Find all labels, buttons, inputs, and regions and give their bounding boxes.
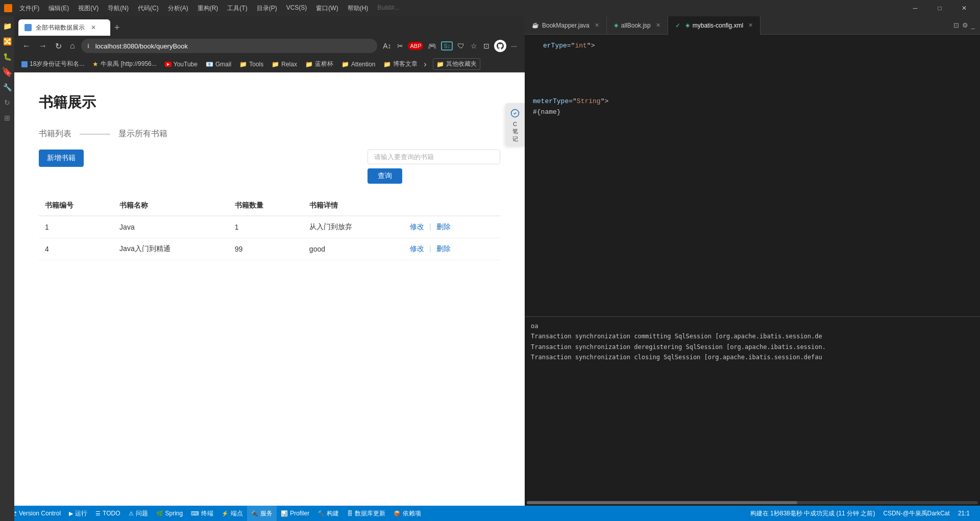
adblock-icon[interactable]: ABP: [408, 42, 423, 50]
ide-gear-icon[interactable]: ⚙: [962, 21, 968, 29]
menu-tools[interactable]: 工具(T): [223, 3, 251, 14]
status-build-message[interactable]: 构建在 1秒838毫秒 中成功完成 (11 分钟 之前): [746, 506, 879, 521]
deps-icon: 📦: [394, 510, 401, 517]
bookmark-icon-blog: 📁: [383, 61, 391, 68]
activity-bar-grid[interactable]: ⊞: [2, 112, 13, 123]
search-button[interactable]: 查询: [368, 168, 402, 184]
ide-zoom-icon[interactable]: ⊡: [953, 21, 959, 29]
menu-build-status: Build#...: [373, 3, 403, 14]
status-deps-label: 依赖项: [403, 509, 421, 518]
menu-vcs[interactable]: VCS(S): [282, 3, 311, 14]
reload-button[interactable]: ↻: [53, 39, 64, 53]
bookmark-blog[interactable]: 📁 博客文章: [380, 59, 421, 69]
collections-icon[interactable]: ⊡: [482, 40, 491, 52]
status-db-update[interactable]: 🗄 数据库更新: [343, 506, 389, 521]
bookmark-gmail[interactable]: 📧 Gmail: [203, 60, 234, 69]
tab-close-button[interactable]: ✕: [91, 24, 96, 31]
status-dependencies[interactable]: 📦 依赖项: [389, 506, 425, 521]
activity-bar-debug[interactable]: 🐛: [2, 51, 13, 62]
status-position[interactable]: 21:1: [954, 506, 974, 521]
bookmarks-more-button[interactable]: ›: [424, 60, 426, 69]
home-button[interactable]: ⌂: [68, 39, 77, 53]
capture-icon[interactable]: ✂: [396, 40, 405, 52]
more-icon[interactable]: ···: [509, 40, 519, 52]
floating-widget[interactable]: C笔记: [505, 103, 525, 146]
menu-edit[interactable]: 编辑(E): [44, 3, 73, 14]
bookmark-others[interactable]: 📁 其他收藏夹: [433, 58, 480, 70]
status-spring[interactable]: 🌿 Spring: [152, 506, 187, 521]
ide-tab-allbook[interactable]: ◈ allBook.jsp ✕: [607, 16, 668, 35]
bookmark-label-6: 蓝桥杯: [315, 60, 333, 68]
bookmark-youtube[interactable]: ▶ YouTube: [162, 60, 201, 69]
back-button[interactable]: ←: [20, 39, 33, 53]
code-line-empty-3: [533, 74, 972, 85]
menu-help[interactable]: 帮助(H): [344, 3, 373, 14]
delete-button-0[interactable]: 删除: [436, 222, 451, 231]
menu-analyze[interactable]: 分析(A): [164, 3, 192, 14]
section-sub: 显示所有书籍: [118, 129, 167, 139]
close-button[interactable]: ✕: [952, 0, 976, 16]
github-icon[interactable]: [494, 40, 506, 52]
code-line-empty-2: [533, 63, 972, 74]
menu-nav[interactable]: 导航(N): [104, 3, 133, 14]
ide-tab-close-0[interactable]: ✕: [595, 22, 599, 29]
status-services[interactable]: 🔌 服务: [247, 506, 277, 521]
menu-file[interactable]: 文件(F): [15, 3, 43, 14]
cell-name-0: Java: [113, 216, 229, 238]
address-bar[interactable]: ℹ localhost:8080/book/queryBook: [81, 39, 377, 53]
bookmark-relax[interactable]: 📁 Relax: [268, 60, 300, 69]
ide-tab-bookmapper[interactable]: ☕ BookMapper.java ✕: [525, 16, 607, 35]
forward-button[interactable]: →: [37, 39, 49, 53]
bookmark-id-card[interactable]: 18岁身份证号和名...: [18, 59, 87, 69]
status-build[interactable]: 🔨 构建: [313, 506, 343, 521]
edit-button-0[interactable]: 修改: [410, 222, 424, 231]
bookmark-lanqiao[interactable]: 📁 蓝桥杯: [302, 59, 336, 69]
status-endpoints[interactable]: ⚡ 端点: [217, 506, 247, 521]
bookmark-attention[interactable]: 📁 Attention: [338, 60, 378, 69]
menu-refactor[interactable]: 重构(R): [193, 3, 223, 14]
browser-tab-active[interactable]: 全部书籍数据展示 ✕: [18, 19, 110, 36]
ide-tab-close-2[interactable]: ✕: [748, 22, 753, 29]
status-terminal[interactable]: ⌨ 终端: [187, 506, 217, 521]
status-author[interactable]: CSDN-@牛泉禹DarkCat: [879, 506, 953, 521]
activity-bar-tools[interactable]: 🔧: [2, 82, 13, 93]
shield-icon[interactable]: 🛡: [456, 40, 466, 52]
bookmark-tools[interactable]: 📁 Tools: [236, 60, 266, 69]
new-tab-button[interactable]: +: [112, 20, 122, 35]
status-version-control[interactable]: ⎇ Version Control: [6, 506, 65, 521]
issues-icon: ⚠: [129, 510, 134, 517]
ide-minimize-icon[interactable]: _: [971, 21, 975, 29]
status-profiler[interactable]: 📊 Profiler: [277, 506, 313, 521]
delete-button-1[interactable]: 删除: [436, 244, 451, 253]
minimize-button[interactable]: ─: [903, 0, 927, 16]
menu-window[interactable]: 窗口(W): [312, 3, 342, 14]
activity-bar-project[interactable]: 📁: [2, 20, 13, 32]
ide-tab-close-1[interactable]: ✕: [656, 22, 660, 29]
tab-title: 全部书籍数据展示: [36, 23, 85, 32]
activity-bar-bookmarks[interactable]: 🔖: [2, 66, 13, 78]
search-input[interactable]: [368, 150, 500, 164]
bookmark-niuquanyu[interactable]: ★ 牛泉禹 [http://9956...: [89, 59, 159, 69]
edit-button-1[interactable]: 修改: [410, 244, 424, 253]
activity-bar-git[interactable]: 🔀: [2, 36, 13, 47]
menu-dir[interactable]: 目录(P): [253, 3, 281, 14]
titlebar-left: 文件(F) 编辑(E) 视图(V) 导航(N) 代码(C) 分析(A) 重构(R…: [4, 3, 404, 14]
menu-view[interactable]: 视图(V): [74, 3, 103, 14]
status-todo[interactable]: ☰ TODO: [91, 506, 124, 521]
console-scrollbar[interactable]: [525, 500, 980, 506]
add-book-button[interactable]: 新增书籍: [39, 150, 84, 167]
s-icon[interactable]: S↕: [441, 41, 453, 51]
status-run[interactable]: ▶ 运行: [65, 506, 91, 521]
maximize-button[interactable]: □: [928, 0, 951, 16]
bookmark-label-8: 博客文章: [393, 60, 418, 68]
game-icon[interactable]: 🎮: [426, 40, 438, 52]
ide-tab-mybatis[interactable]: ✓ ◈ mybatis-config.xml ✕: [668, 16, 761, 35]
console-scroll-thumb[interactable]: [527, 501, 797, 504]
menu-code[interactable]: 代码(C): [134, 3, 163, 14]
translate-icon[interactable]: A↕: [381, 40, 393, 52]
db-icon: 🗄: [347, 510, 353, 516]
star-icon[interactable]: ☆: [469, 40, 479, 52]
activity-bar-refresh[interactable]: ↻: [2, 97, 13, 108]
bookmark-icon-attention: 📁: [341, 61, 349, 68]
status-issues[interactable]: ⚠ 问题: [125, 506, 152, 521]
